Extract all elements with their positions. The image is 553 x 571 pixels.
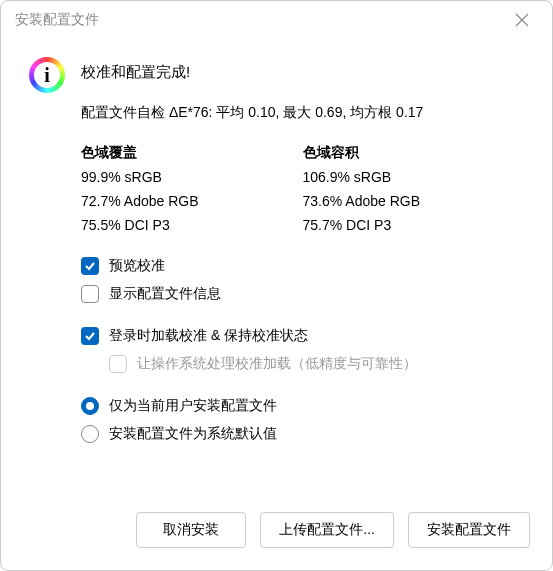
- radio-install-system-label: 安装配置文件为系统默认值: [109, 425, 277, 443]
- checkbox-load-keep-label: 登录时加载校准 & 保持校准状态: [109, 327, 308, 345]
- radio-icon: [81, 397, 99, 415]
- gamut-volume-srgb: 106.9% sRGB: [303, 166, 525, 190]
- gamut-volume-heading: 色域容积: [303, 144, 525, 162]
- titlebar: 安装配置文件: [1, 1, 552, 39]
- checkbox-os-handle: 让操作系统处理校准加载（低精度与可靠性）: [109, 355, 524, 373]
- footer: 取消安装 上传配置文件... 安装配置文件: [1, 494, 552, 570]
- cancel-button[interactable]: 取消安装: [136, 512, 246, 548]
- dialog-window: 安装配置文件 i 校准和配置完成! 配置文件自检 ΔE*76: 平均 0.10,…: [0, 0, 553, 571]
- gamut-section: 色域覆盖 99.9% sRGB 72.7% Adobe RGB 75.5% DC…: [81, 144, 524, 237]
- content-area: i 校准和配置完成! 配置文件自检 ΔE*76: 平均 0.10, 最大 0.6…: [1, 39, 552, 494]
- checkbox-icon: [81, 327, 99, 345]
- checkbox-preview-label: 预览校准: [109, 257, 165, 275]
- checkbox-icon: [81, 257, 99, 275]
- heading: 校准和配置完成!: [81, 63, 524, 82]
- upload-button[interactable]: 上传配置文件...: [260, 512, 394, 548]
- checkbox-show-info[interactable]: 显示配置文件信息: [81, 285, 524, 303]
- checkbox-os-handle-label: 让操作系统处理校准加载（低精度与可靠性）: [137, 355, 417, 373]
- self-check-line: 配置文件自检 ΔE*76: 平均 0.10, 最大 0.69, 均方根 0.17: [81, 104, 524, 122]
- close-button[interactable]: [504, 6, 540, 34]
- gamut-volume-dcip3: 75.7% DCI P3: [303, 214, 525, 238]
- radio-icon: [81, 425, 99, 443]
- install-button[interactable]: 安装配置文件: [408, 512, 530, 548]
- window-title: 安装配置文件: [15, 11, 99, 29]
- checkbox-load-keep[interactable]: 登录时加载校准 & 保持校准状态: [81, 327, 524, 345]
- icon-column: i: [29, 57, 81, 494]
- gamut-volume-col: 色域容积 106.9% sRGB 73.6% Adobe RGB 75.7% D…: [303, 144, 525, 237]
- radio-install-user-label: 仅为当前用户安装配置文件: [109, 397, 277, 415]
- gamut-coverage-col: 色域覆盖 99.9% sRGB 72.7% Adobe RGB 75.5% DC…: [81, 144, 303, 237]
- checkbox-icon: [81, 285, 99, 303]
- gamut-volume-adobergb: 73.6% Adobe RGB: [303, 190, 525, 214]
- info-icon: i: [29, 57, 65, 93]
- close-icon: [515, 13, 529, 27]
- checkbox-icon: [109, 355, 127, 373]
- checkbox-show-info-label: 显示配置文件信息: [109, 285, 221, 303]
- gamut-coverage-dcip3: 75.5% DCI P3: [81, 214, 303, 238]
- gamut-coverage-heading: 色域覆盖: [81, 144, 303, 162]
- radio-install-system[interactable]: 安装配置文件为系统默认值: [81, 425, 524, 443]
- main-column: 校准和配置完成! 配置文件自检 ΔE*76: 平均 0.10, 最大 0.69,…: [81, 57, 524, 494]
- gamut-coverage-adobergb: 72.7% Adobe RGB: [81, 190, 303, 214]
- radio-install-user[interactable]: 仅为当前用户安装配置文件: [81, 397, 524, 415]
- gamut-coverage-srgb: 99.9% sRGB: [81, 166, 303, 190]
- checkbox-preview[interactable]: 预览校准: [81, 257, 524, 275]
